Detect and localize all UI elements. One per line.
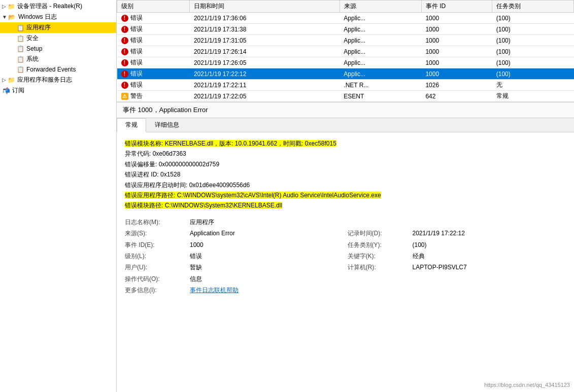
log-icon: 📋 bbox=[16, 24, 24, 32]
sidebar-label: 应用程序 bbox=[26, 23, 51, 32]
detail-field-label: 事件 ID(E): bbox=[125, 240, 186, 250]
sidebar-item-device-manager[interactable]: ▷ 📁 设备管理器 - Realtek(R) bbox=[0, 1, 116, 12]
detail-line: 错误模块名称: KERNELBASE.dll，版本: 10.0.19041.66… bbox=[125, 138, 566, 149]
log-icon: 📋 bbox=[16, 34, 24, 43]
detail-field-label: 用户(U): bbox=[125, 262, 186, 272]
sidebar-item-windows-log[interactable]: ▼ 📂 Windows 日志 bbox=[0, 12, 116, 22]
detail-field-value: 错误 bbox=[190, 251, 344, 261]
cell-level: !错误 bbox=[117, 80, 190, 91]
error-icon: ! bbox=[121, 70, 128, 78]
cell-datetime: 2021/1/19 17:22:05 bbox=[190, 91, 340, 102]
sidebar-item-security[interactable]: 📋 安全 bbox=[0, 33, 116, 44]
event-table: 级别 日期和时间 来源 事件 ID 任务类别 !错误 2021/1/19 17:… bbox=[117, 0, 574, 102]
cell-eventid: 1000 bbox=[421, 57, 492, 68]
expand-icon: ▷ bbox=[2, 4, 6, 9]
detail-content: 错误模块名称: KERNELBASE.dll，版本: 10.0.19041.66… bbox=[117, 132, 574, 301]
cell-datetime: 2021/1/19 17:26:05 bbox=[190, 57, 340, 68]
event-table-container[interactable]: 级别 日期和时间 来源 事件 ID 任务类别 !错误 2021/1/19 17:… bbox=[117, 0, 574, 102]
detail-field-value: Application Error bbox=[190, 228, 344, 238]
detail-field-value: 暂缺 bbox=[190, 262, 344, 272]
cell-level: !错误 bbox=[117, 35, 190, 46]
detail-field-label: 更多信息(I): bbox=[125, 285, 186, 295]
sidebar-label: 系统 bbox=[26, 55, 39, 63]
cell-level: !错误 bbox=[117, 24, 190, 35]
cell-eventid: 1000 bbox=[421, 46, 492, 57]
sidebar-label: Forwarded Events bbox=[26, 66, 76, 73]
detail-field-label: 关键字(K): bbox=[348, 251, 409, 261]
col-task[interactable]: 任务类别 bbox=[492, 1, 574, 13]
detail-field-label: 日志名称(M): bbox=[125, 217, 186, 227]
detail-field-label: 操作代码(O): bbox=[125, 274, 186, 284]
detail-field-value: 应用程序 bbox=[190, 217, 344, 227]
sidebar-item-subscribe[interactable]: 📬 订阅 bbox=[0, 85, 116, 96]
detail-line: 错误应用程序启动时间: 0x01d6ee40090556d6 bbox=[125, 180, 566, 190]
cell-source: Applic... bbox=[340, 57, 421, 68]
sidebar-label: Windows 日志 bbox=[18, 13, 57, 21]
table-row[interactable]: !错误 2021/1/19 17:22:12 Applic... 1000 (1… bbox=[117, 68, 574, 80]
detail-field-value: 信息 bbox=[190, 274, 344, 284]
table-row[interactable]: !错误 2021/1/19 17:31:38 Applic... 1000 (1… bbox=[117, 24, 574, 35]
cell-task: (100) bbox=[492, 35, 574, 46]
cell-level: !错误 bbox=[117, 13, 190, 24]
table-row[interactable]: !错误 2021/1/19 17:31:05 Applic... 1000 (1… bbox=[117, 35, 574, 46]
folder-icon: 📁 bbox=[7, 3, 15, 11]
detail-field-label: 来源(S): bbox=[125, 228, 186, 238]
detail-line: 错误应用程序路径: C:\WINDOWS\system32\cAVS\Intel… bbox=[125, 190, 566, 200]
cell-datetime: 2021/1/19 17:36:06 bbox=[190, 13, 340, 24]
table-row[interactable]: !错误 2021/1/19 17:26:14 Applic... 1000 (1… bbox=[117, 46, 574, 57]
cell-eventid: 1000 bbox=[421, 68, 492, 80]
detail-field-label bbox=[348, 217, 409, 227]
error-icon: ! bbox=[121, 37, 128, 44]
error-icon: ! bbox=[121, 59, 128, 66]
cell-eventid: 642 bbox=[421, 91, 492, 102]
cell-source: .NET R... bbox=[340, 80, 421, 91]
detail-field-label: 任务类别(Y): bbox=[348, 240, 409, 250]
detail-field-value bbox=[413, 217, 566, 227]
tab-bar: 常规 详细信息 bbox=[117, 118, 574, 132]
detail-field-link[interactable]: 事件日志联机帮助 bbox=[190, 285, 344, 295]
detail-field-label: 记录时间(D): bbox=[348, 228, 409, 238]
tab-general[interactable]: 常规 bbox=[117, 118, 146, 132]
cell-datetime: 2021/1/19 17:31:38 bbox=[190, 24, 340, 35]
main-panel: 级别 日期和时间 来源 事件 ID 任务类别 !错误 2021/1/19 17:… bbox=[117, 0, 574, 392]
cell-task: (100) bbox=[492, 46, 574, 57]
col-level[interactable]: 级别 bbox=[117, 1, 190, 13]
cell-task: (100) bbox=[492, 13, 574, 24]
detail-field-label bbox=[348, 285, 409, 295]
cell-datetime: 2021/1/19 17:22:12 bbox=[190, 68, 340, 80]
col-eventid[interactable]: 事件 ID bbox=[421, 1, 492, 13]
log-icon: 📋 bbox=[16, 45, 24, 53]
detail-field-value bbox=[413, 274, 566, 284]
cell-eventid: 1026 bbox=[421, 80, 492, 91]
table-row[interactable]: !错误 2021/1/19 17:36:06 Applic... 1000 (1… bbox=[117, 13, 574, 24]
sidebar-item-forwarded-events[interactable]: 📋 Forwarded Events bbox=[0, 64, 116, 75]
event-detail: 事件 1000，Application Error 常规 详细信息 错误模块名称… bbox=[117, 102, 574, 392]
cell-level: ⚠警告 bbox=[117, 91, 190, 102]
sidebar-label: Setup bbox=[26, 45, 42, 52]
col-source[interactable]: 来源 bbox=[340, 1, 421, 13]
table-row[interactable]: !错误 2021/1/19 17:26:05 Applic... 1000 (1… bbox=[117, 57, 574, 68]
cell-task: (100) bbox=[492, 57, 574, 68]
detail-line: 异常代码: 0xe06d7363 bbox=[125, 149, 566, 159]
log-icon: 📋 bbox=[16, 55, 24, 63]
detail-field-value: LAPTOP-PI9SVLC7 bbox=[413, 262, 566, 272]
table-row[interactable]: !错误 2021/1/19 17:22:11 .NET R... 1026 无 bbox=[117, 80, 574, 91]
detail-field-label: 计算机(R): bbox=[348, 262, 409, 272]
tab-detail[interactable]: 详细信息 bbox=[146, 118, 188, 132]
sidebar-label: 设备管理器 - Realtek(R) bbox=[17, 2, 82, 11]
cell-task: (100) bbox=[492, 68, 574, 80]
sidebar-item-system[interactable]: 📋 系统 bbox=[0, 54, 116, 64]
detail-field-value: 经典 bbox=[413, 251, 566, 261]
detail-field-value: (100) bbox=[413, 240, 566, 250]
cell-source: Applic... bbox=[340, 24, 421, 35]
col-datetime[interactable]: 日期和时间 bbox=[190, 1, 340, 13]
detail-field-label: 级别(L): bbox=[125, 251, 186, 261]
detail-field-label bbox=[348, 274, 409, 284]
event-title: 事件 1000，Application Error bbox=[117, 102, 574, 118]
sidebar-item-app-log[interactable]: 📋 应用程序 bbox=[0, 22, 116, 33]
folder-icon: 📁 bbox=[7, 76, 15, 84]
watermark: https://blog.csdn.net/qq_43415123 bbox=[484, 382, 570, 388]
table-row[interactable]: ⚠警告 2021/1/19 17:22:05 ESENT 642 常规 bbox=[117, 91, 574, 102]
sidebar-item-app-service[interactable]: ▷ 📁 应用程序和服务日志 bbox=[0, 75, 116, 85]
sidebar-item-setup[interactable]: 📋 Setup bbox=[0, 44, 116, 54]
